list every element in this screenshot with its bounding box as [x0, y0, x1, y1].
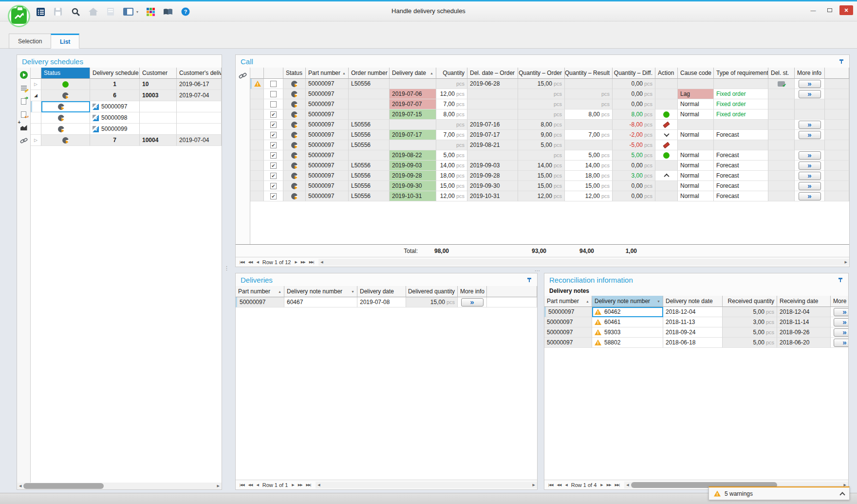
- column-header-5[interactable]: More info: [831, 296, 848, 307]
- row-indicator-cell[interactable]: ▷: [31, 79, 41, 90]
- quantity-cell[interactable]: 7,00pcs: [436, 130, 467, 140]
- revert-icon[interactable]: [19, 110, 28, 119]
- checkbox-cell[interactable]: ✔: [264, 120, 283, 130]
- scroll-right-icon[interactable]: ▶: [531, 483, 537, 487]
- status-cell[interactable]: [41, 124, 90, 135]
- column-header-3[interactable]: Delivered quantity: [406, 286, 458, 297]
- call-row[interactable]: ✔50000097L505562019-09-3015,00pcs2019-09…: [250, 181, 849, 191]
- quantity-result-cell[interactable]: 8,00pcs: [565, 109, 613, 120]
- pager-fast-prev-button[interactable]: ◀◀: [246, 483, 255, 487]
- quantity-cell[interactable]: 5,00pcs: [436, 150, 467, 161]
- checkbox[interactable]: ✔: [270, 152, 277, 159]
- delivery-note-row[interactable]: 50000097604622018-12-045,00pcs2018-12-04…: [544, 307, 848, 317]
- checkbox[interactable]: [270, 101, 277, 108]
- minimize-button[interactable]: —: [806, 5, 820, 15]
- customer-delivery-date-cell[interactable]: 2019-07-04: [177, 90, 222, 101]
- call-row[interactable]: 500000972019-07-0612,00pcspcspcs0,00pcsL…: [250, 89, 849, 99]
- more-info-button[interactable]: »: [834, 328, 849, 337]
- delivery-schedule-cell[interactable]: 50000098: [90, 112, 140, 124]
- status-cell[interactable]: [41, 135, 90, 146]
- pager-next-button[interactable]: ▶: [293, 260, 298, 264]
- delivery-note-row[interactable]: 50000097604612018-11-133,00pcs2018-11-14…: [544, 317, 848, 327]
- more-info-button[interactable]: »: [799, 192, 821, 200]
- column-header-4[interactable]: More info: [458, 286, 487, 297]
- customer-cell[interactable]: 10: [140, 79, 177, 90]
- checkbox[interactable]: ✔: [270, 142, 277, 148]
- requirement-type-cell[interactable]: Forecast: [714, 130, 768, 140]
- requirement-type-cell[interactable]: Forecast: [714, 150, 768, 161]
- delivery-note-date-cell[interactable]: 2018-12-04: [663, 307, 723, 317]
- quantity-cell[interactable]: 8,00pcs: [436, 109, 467, 120]
- delivery-date-cell[interactable]: 2019-07-06: [390, 89, 436, 99]
- pager-next-button[interactable]: ▶: [290, 483, 296, 487]
- tab-list[interactable]: List: [51, 34, 79, 49]
- more-info-button[interactable]: »: [799, 121, 821, 129]
- column-header-0[interactable]: Part number▲: [236, 286, 284, 297]
- column-header-date[interactable]: Delivery date▲: [390, 68, 436, 79]
- pin-icon[interactable]: [838, 58, 844, 64]
- pager-first-button[interactable]: |◀◀: [238, 260, 246, 264]
- requirement-type-cell[interactable]: Fixed order: [714, 89, 768, 99]
- call-hscrollbar[interactable]: ◀ ▶: [318, 259, 849, 266]
- delivery-schedule-cell[interactable]: 1: [90, 79, 140, 90]
- status-cell[interactable]: [41, 90, 90, 101]
- checkbox-cell[interactable]: [264, 89, 283, 99]
- quantity-cell[interactable]: 15,00pcs: [436, 181, 467, 191]
- schedule-row[interactable]: ▷7100042019-07-04: [31, 135, 222, 146]
- warnings-bar[interactable]: 5 warnings: [708, 486, 850, 500]
- status-cell[interactable]: [41, 112, 90, 124]
- status-cell[interactable]: [41, 101, 90, 112]
- quantity-cell[interactable]: 18,00pcs: [436, 171, 467, 181]
- more-info-button[interactable]: »: [834, 318, 849, 326]
- schedule-row[interactable]: ◢6100032019-07-04: [31, 90, 222, 101]
- horizontal-splitter[interactable]: ⋯: [535, 268, 540, 274]
- pager-fast-next-button[interactable]: ▶▶: [299, 260, 307, 264]
- customer-cell[interactable]: 10003: [140, 90, 177, 101]
- checkbox-cell[interactable]: ✔: [264, 109, 283, 120]
- pager-first-button[interactable]: |◀◀: [238, 483, 246, 487]
- quantity-cell[interactable]: 7,00pcs: [436, 99, 467, 109]
- delivery-note-row[interactable]: 50000097593032018-09-245,00pcs2018-09-26…: [544, 327, 848, 338]
- checkbox-cell[interactable]: ✔: [264, 171, 283, 181]
- delivery-schedule-cell[interactable]: 6: [90, 90, 140, 101]
- delivery-date-cell[interactable]: 2019-09-28: [390, 171, 436, 181]
- row-indicator-cell[interactable]: [250, 181, 264, 191]
- more-info-button[interactable]: »: [834, 339, 849, 347]
- column-header-qd[interactable]: Quantity – Diff.: [613, 68, 655, 79]
- cause-code-cell[interactable]: Normal: [678, 161, 714, 171]
- delivery-note-number-cell[interactable]: 59303: [592, 327, 663, 338]
- column-header-1[interactable]: Delivery note number▼: [284, 286, 357, 297]
- call-row[interactable]: ✔50000097L50556pcs2019-08-215,00pcs-5,00…: [250, 140, 849, 150]
- scroll-right-icon[interactable]: ▶: [843, 260, 849, 264]
- cause-code-cell[interactable]: Normal: [678, 191, 714, 201]
- scroll-left-icon[interactable]: ◀: [17, 484, 23, 488]
- pager-prev-button[interactable]: ◀: [254, 260, 260, 264]
- add-chart-icon[interactable]: [19, 123, 28, 132]
- scroll-left-icon[interactable]: ◀: [624, 483, 631, 487]
- delivery-note-number-cell[interactable]: 60462: [592, 307, 663, 317]
- delivery-date-cell[interactable]: 2019-07-17: [390, 130, 436, 140]
- pager-fast-next-button[interactable]: ▶▶: [296, 483, 304, 487]
- delivery-date-cell[interactable]: 2019-08-22: [390, 150, 436, 161]
- delivery-date-cell[interactable]: 2019-10-31: [390, 191, 436, 201]
- checkbox[interactable]: ✔: [270, 173, 277, 179]
- delivery-note-number-cell[interactable]: 60461: [592, 317, 663, 327]
- deliveries-hscrollbar[interactable]: ◀ ▶: [316, 482, 537, 488]
- column-header-4[interactable]: Receiving date: [777, 296, 831, 307]
- delivery-date-cell[interactable]: [390, 79, 436, 89]
- row-indicator-cell[interactable]: [250, 171, 264, 181]
- row-indicator-cell[interactable]: ▷: [31, 135, 41, 146]
- checkbox-cell[interactable]: ✔: [264, 140, 283, 150]
- requirement-type-cell[interactable]: Fixed order: [714, 99, 768, 109]
- link-icon[interactable]: [19, 136, 28, 145]
- delivery-schedule-cell[interactable]: 7: [90, 135, 140, 146]
- row-indicator-cell[interactable]: [31, 112, 41, 124]
- delivery-date-cell[interactable]: 2019-07-07: [390, 99, 436, 109]
- customer-cell[interactable]: [140, 124, 177, 135]
- call-row[interactable]: ✔500000972019-08-225,00pcspcs5,00pcs5,00…: [250, 150, 849, 161]
- checkbox-cell[interactable]: ✔: [264, 191, 283, 201]
- schedule-row[interactable]: 50000097: [31, 101, 222, 112]
- column-header-3[interactable]: Received quantity: [723, 296, 777, 307]
- customer-delivery-date-cell[interactable]: 2019-07-04: [177, 135, 222, 146]
- column-header-1[interactable]: Delivery note number▼: [592, 296, 663, 307]
